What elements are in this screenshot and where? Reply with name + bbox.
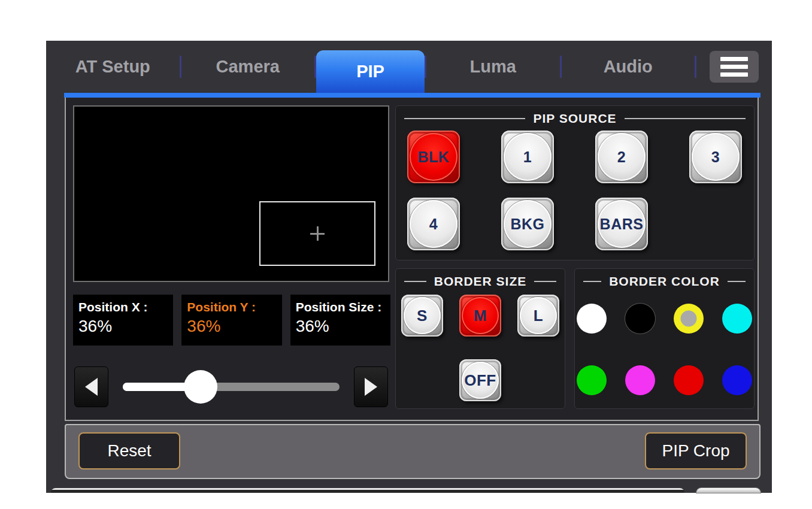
button-label: 1 — [523, 149, 532, 166]
button-label: 2 — [617, 149, 626, 166]
crosshair-icon — [310, 226, 325, 241]
pip-crop-button[interactable]: PIP Crop — [645, 432, 747, 469]
border-color-cyan[interactable] — [722, 304, 752, 334]
footer-bar: Reset PIP Crop — [65, 424, 761, 479]
button-label: M — [474, 307, 487, 325]
source-blk-button[interactable]: BLK — [407, 131, 460, 183]
hamburger-menu-icon — [720, 57, 748, 61]
legend-line — [625, 118, 746, 119]
border-size-buttons-row2: OFF — [396, 359, 565, 401]
border-color-title: BORDER COLOR — [609, 274, 720, 289]
source-2-button[interactable]: 2 — [595, 131, 648, 183]
tab-camera[interactable]: Camera — [181, 41, 315, 93]
slider-decrement-button[interactable] — [74, 366, 108, 407]
position-size-value: 36% — [296, 316, 388, 337]
next-panel-top-edge — [51, 488, 684, 493]
source-bars-button[interactable]: BARS — [595, 198, 648, 250]
border-size-l-button[interactable]: L — [517, 295, 559, 337]
source-bkg-button[interactable]: BKG — [501, 198, 554, 250]
position-readouts: Position X :36%Position Y :36%Position S… — [73, 295, 390, 346]
button-label: L — [534, 307, 543, 325]
legend-line — [728, 281, 746, 282]
tab-pip[interactable]: PIP — [316, 50, 425, 93]
legend-line — [404, 118, 525, 119]
position-slider[interactable] — [123, 383, 340, 391]
legend-line — [583, 281, 601, 282]
position-size-readout: Position Size :36% — [290, 295, 390, 346]
pip-source-legend: PIP SOURCE — [404, 111, 746, 126]
selected-color-indicator — [681, 311, 697, 327]
tab-luma[interactable]: Luma — [426, 41, 560, 93]
tab-list: AT SetupCameraPIPLumaAudio — [46, 41, 696, 93]
legend-line — [534, 281, 556, 282]
pip-settings-area: Position X :36%Position Y :36%Position S… — [65, 98, 759, 421]
button-label: S — [417, 307, 428, 325]
border-size-s-button[interactable]: S — [401, 295, 443, 337]
pip-preview[interactable] — [73, 105, 389, 282]
position-y-value: 36% — [187, 316, 279, 337]
border-color-red[interactable] — [674, 365, 704, 395]
hamburger-menu-icon — [720, 65, 748, 69]
border-size-title: BORDER SIZE — [434, 274, 527, 289]
button-label: BKG — [510, 216, 544, 233]
left-arrow-icon — [85, 378, 98, 396]
slider-thumb[interactable] — [184, 370, 217, 404]
pip-control-panel: AT SetupCameraPIPLumaAudio Position X :3… — [46, 41, 772, 493]
border-color-section: BORDER COLOR — [574, 268, 755, 409]
tab-bar: AT SetupCameraPIPLumaAudio — [46, 41, 772, 93]
button-label: 4 — [429, 216, 438, 233]
border-size-section: BORDER SIZE SML OFF — [395, 268, 565, 409]
source-4-button[interactable]: 4 — [407, 198, 460, 250]
border-color-black[interactable] — [625, 304, 655, 334]
button-label: BLK — [418, 149, 450, 166]
position-x-readout: Position X :36% — [73, 295, 173, 346]
button-label: OFF — [464, 371, 496, 390]
legend-line — [404, 281, 426, 282]
border-color-magenta[interactable] — [625, 365, 655, 395]
position-slider-row — [74, 366, 388, 408]
button-label: BARS — [600, 216, 644, 233]
tab-audio[interactable]: Audio — [562, 41, 695, 93]
border-color-white[interactable] — [577, 304, 607, 334]
source-3-button[interactable]: 3 — [689, 131, 742, 183]
border-color-legend: BORDER COLOR — [583, 274, 746, 289]
next-panel-button-edge — [696, 488, 761, 493]
border-color-swatches — [577, 304, 752, 395]
border-size-legend: BORDER SIZE — [404, 274, 556, 289]
active-tab-underline — [64, 93, 761, 98]
position-x-value: 36% — [78, 316, 171, 337]
button-label: 3 — [711, 149, 720, 166]
menu-button[interactable] — [710, 51, 759, 83]
position-y-label: Position Y : — [187, 299, 279, 316]
pip-position-rectangle[interactable] — [259, 201, 375, 266]
tab-at-setup[interactable]: AT Setup — [46, 41, 180, 93]
app-screen: AT SetupCameraPIPLumaAudio Position X :3… — [0, 0, 812, 509]
pip-source-title: PIP SOURCE — [533, 111, 616, 126]
menu-button-area — [696, 41, 772, 93]
position-size-label: Position Size : — [296, 299, 388, 316]
position-x-label: Position X : — [78, 299, 171, 316]
border-size-buttons-row1: SML — [396, 295, 565, 337]
border-size-off-button[interactable]: OFF — [459, 359, 501, 401]
reset-button[interactable]: Reset — [78, 432, 180, 469]
border-size-m-button[interactable]: M — [459, 295, 501, 337]
slider-increment-button[interactable] — [354, 366, 388, 407]
border-color-green[interactable] — [577, 365, 607, 395]
pip-source-section: PIP SOURCE BLK1234BKGBARS — [395, 105, 755, 260]
border-color-blue[interactable] — [722, 365, 752, 395]
border-color-yellow[interactable] — [674, 304, 704, 334]
right-arrow-icon — [365, 378, 377, 396]
hamburger-menu-icon — [720, 72, 748, 77]
source-1-button[interactable]: 1 — [501, 131, 554, 183]
pip-source-buttons: BLK1234BKGBARS — [407, 131, 754, 250]
position-y-readout: Position Y :36% — [181, 295, 281, 346]
